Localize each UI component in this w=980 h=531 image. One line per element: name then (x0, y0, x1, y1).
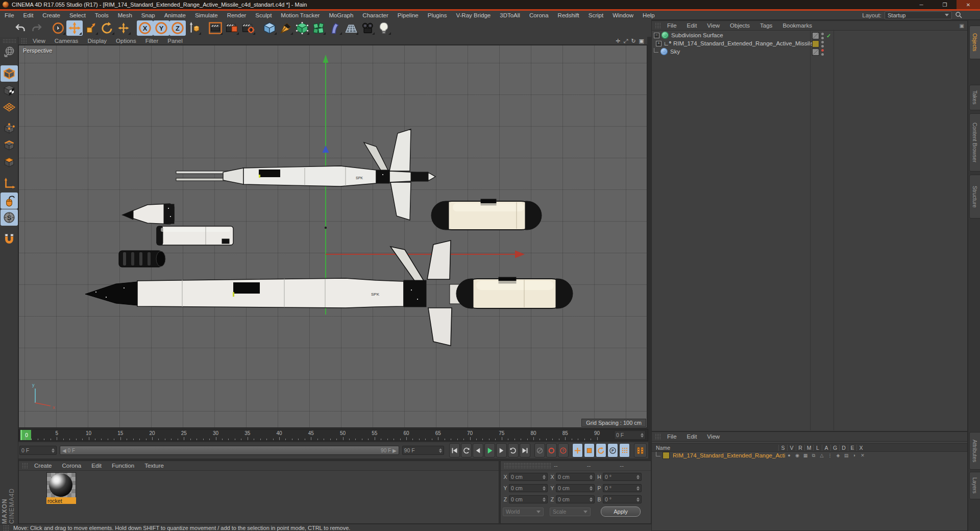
object-row-subdivision-surface[interactable]: − Subdivision Surface (652, 31, 967, 39)
material-menu-handle[interactable] (22, 463, 28, 469)
rotate-view-icon[interactable]: ↻ (631, 37, 635, 44)
menu-motion-tracker[interactable]: Motion Tracker (276, 12, 324, 19)
menu-v-ray-bridge[interactable]: V-Ray Bridge (451, 12, 495, 19)
add-spline-button[interactable] (278, 20, 294, 36)
viewport-menu-display[interactable]: Display (83, 38, 111, 44)
rot-h-field[interactable]: 0 ° (603, 473, 642, 481)
move-tool-button[interactable] (66, 20, 83, 36)
timeline-ruler[interactable]: 0 0 F 5101520253035404550556065707580859… (18, 429, 648, 441)
visibility-dots[interactable] (821, 49, 824, 56)
coordinates-handle[interactable] (504, 463, 552, 469)
viewport-menu-options[interactable]: Options (111, 38, 141, 44)
minimize-button[interactable]: ─ (910, 0, 933, 9)
menu-plugins[interactable]: Plugins (423, 12, 452, 19)
menu-edit[interactable]: Edit (19, 12, 38, 19)
add-light-button[interactable] (376, 20, 392, 36)
add-deformer-button[interactable] (327, 20, 343, 36)
om-menu-tags[interactable]: Tags (755, 22, 777, 29)
menu-corona[interactable]: Corona (525, 12, 553, 19)
material-menu-edit[interactable]: Edit (86, 463, 107, 469)
layer-panel-handle[interactable] (655, 433, 661, 440)
layer-row-name[interactable]: RIM_174_Standard_Extended_Range_Active_M… (673, 452, 785, 458)
om-menu-objects[interactable]: Objects (725, 22, 755, 29)
material-menu-texture[interactable]: Texture (139, 463, 169, 469)
search-icon[interactable] (955, 11, 963, 19)
enabled-check-icon[interactable]: ✓ (826, 33, 831, 39)
pos-z-field[interactable]: 0 cm (509, 495, 548, 503)
key-pla-toggle[interactable] (619, 443, 630, 457)
menu-window[interactable]: Window (608, 12, 638, 19)
current-frame-field[interactable]: 0 F (19, 446, 57, 455)
redo-button[interactable] (29, 20, 45, 36)
zoom-view-icon[interactable]: ⤢ (624, 37, 628, 44)
selection-tag-icon[interactable] (812, 40, 819, 47)
lock-x-axis-button[interactable]: X (137, 20, 153, 36)
undo-button[interactable] (12, 20, 29, 36)
object-name[interactable]: Subdivision Surface (671, 32, 723, 38)
layer-tag-icon[interactable] (812, 49, 819, 56)
make-editable-button[interactable] (1, 44, 18, 60)
size-mode-select[interactable]: Scale (550, 508, 591, 516)
tab-structure[interactable]: Structure (969, 175, 980, 219)
add-environment-button[interactable] (343, 20, 359, 36)
close-button[interactable]: ✕ (957, 0, 980, 9)
material-name-label[interactable]: rocket (46, 497, 76, 504)
visibility-state-icon[interactable]: ◉ (793, 453, 801, 458)
layer-row-missile[interactable]: RIM_174_Standard_Extended_Range_Active_M… (652, 451, 967, 460)
viewport-solo-button[interactable] (1, 192, 18, 209)
scale-tool-button[interactable] (83, 20, 99, 36)
add-generator-button[interactable] (294, 20, 310, 36)
viewport-menu-handle[interactable] (21, 38, 27, 44)
last-tool-button[interactable] (115, 20, 132, 36)
model-mode-button[interactable] (1, 65, 18, 82)
menu-mesh[interactable]: Mesh (113, 12, 137, 19)
menu-render[interactable]: Render (223, 12, 251, 19)
size-z-field[interactable]: 0 cm (556, 495, 595, 503)
menu-character[interactable]: Character (358, 12, 393, 19)
size-x-field[interactable]: 0 cm (556, 473, 595, 481)
visibility-dots[interactable] (821, 41, 824, 47)
material-menu-create[interactable]: Create (29, 463, 57, 469)
material-menu-corona[interactable]: Corona (57, 463, 87, 469)
tab-content-browser[interactable]: Content Browser (969, 113, 980, 172)
layer-menu-file[interactable]: File (662, 433, 682, 440)
viewport-3d[interactable]: Perspective (18, 45, 647, 428)
ruler-frame-field[interactable]: 0 F (614, 430, 646, 440)
menu-script[interactable]: Script (584, 12, 608, 19)
tab-attributes[interactable]: Attributes (969, 432, 980, 470)
panel-options-icon[interactable]: ▣ (960, 23, 964, 29)
key-scale-toggle[interactable] (584, 443, 595, 457)
play-button[interactable] (484, 443, 495, 457)
timeline-playhead[interactable]: 0 (20, 430, 31, 440)
menu-pipeline[interactable]: Pipeline (393, 12, 423, 19)
menu-sculpt[interactable]: Sculpt (251, 12, 276, 19)
enable-snap-button[interactable] (1, 231, 18, 247)
menu-mograph[interactable]: MoGraph (324, 12, 358, 19)
menu-snap[interactable]: Snap (137, 12, 160, 19)
lock-state-icon[interactable]: △ (818, 453, 826, 458)
object-manager-handle[interactable] (655, 22, 661, 29)
end-frame-field[interactable]: 90 F (402, 446, 444, 455)
goto-end-button[interactable] (520, 443, 530, 457)
autokeying-button[interactable]: ? (558, 443, 569, 457)
lock-z-axis-button[interactable]: Z (169, 20, 186, 36)
om-menu-edit[interactable]: Edit (682, 22, 702, 29)
tab-objects[interactable]: Objects (969, 26, 980, 59)
menu-create[interactable]: Create (38, 12, 65, 19)
polygons-mode-button[interactable] (1, 154, 18, 171)
toggle-view-icon[interactable]: ▣ (639, 37, 644, 44)
coordinate-system-button[interactable] (186, 20, 202, 36)
viewport-menu-view[interactable]: View (28, 38, 50, 44)
apply-button[interactable]: Apply (601, 506, 641, 517)
expressions-state-icon[interactable]: ◗ (850, 453, 859, 458)
layer-menu-view[interactable]: View (702, 433, 725, 440)
xref-state-icon[interactable]: ✕ (859, 453, 867, 458)
live-selection-tool-button[interactable] (50, 20, 66, 36)
add-camera-button[interactable] (359, 20, 376, 36)
pos-x-field[interactable]: 0 cm (509, 473, 548, 481)
layout-select[interactable]: Startup (885, 11, 952, 19)
viewport-menu-cameras[interactable]: Cameras (50, 38, 83, 44)
points-mode-button[interactable] (1, 120, 18, 137)
coordinate-mode-select[interactable]: World (503, 508, 544, 516)
om-menu-view[interactable]: View (702, 22, 725, 29)
